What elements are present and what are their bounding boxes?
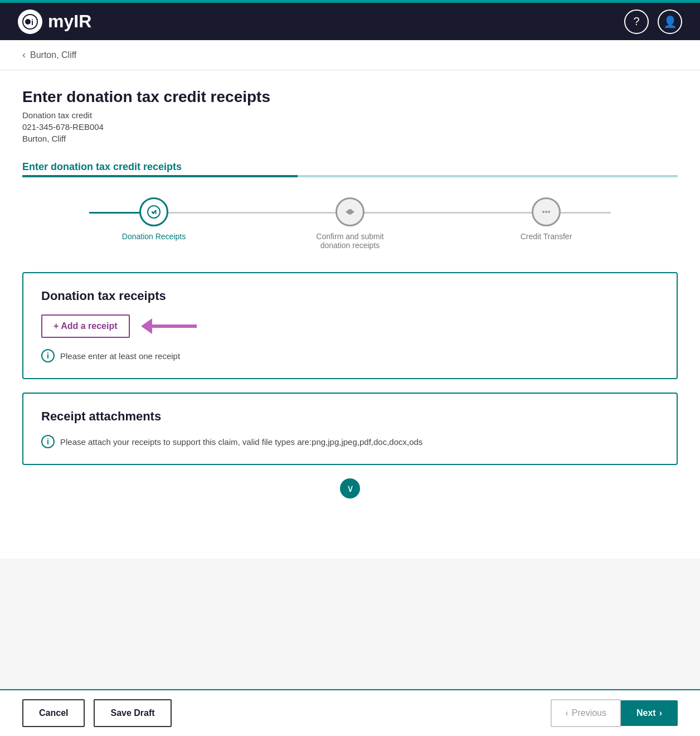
- scroll-down-button[interactable]: ∨: [340, 478, 360, 498]
- svg-point-11: [542, 211, 545, 213]
- attachments-info-text: Please attach your receipts to support t…: [60, 437, 422, 447]
- donation-info-message: i Please enter at least one receipt: [41, 349, 659, 362]
- attachments-card-title: Receipt attachments: [41, 409, 659, 424]
- stepper-step-1: › Donation Receipts: [56, 197, 252, 241]
- page-title: Enter donation tax credit receipts: [22, 88, 678, 106]
- section-tab-title: Enter donation tax credit receipts: [22, 161, 678, 173]
- chevron-down-icon: ∨: [347, 482, 354, 495]
- page-id: 021-345-678-REB004: [22, 122, 678, 132]
- page-subtitle: Donation tax credit: [22, 110, 678, 120]
- footer-right-buttons: ‹ Previous Next ›: [551, 699, 678, 727]
- save-draft-button[interactable]: Save Draft: [94, 699, 171, 727]
- step-circle-2: [336, 197, 364, 226]
- stepper-step-3: Credit Transfer: [448, 197, 644, 241]
- stepper-step-2: Confirm and submit donation receipts: [252, 197, 448, 250]
- attachments-info-message: i Please attach your receipts to support…: [41, 435, 659, 448]
- add-receipt-button[interactable]: + Add a receipt: [41, 314, 130, 338]
- receipt-attachments-card: Receipt attachments i Please attach your…: [22, 393, 678, 465]
- main-content: Enter donation tax credit receipts Donat…: [0, 70, 700, 559]
- svg-text:›: ›: [154, 207, 157, 216]
- cancel-button[interactable]: Cancel: [22, 699, 85, 727]
- prev-icon: ‹: [565, 708, 568, 718]
- logo-text: myIR: [48, 11, 91, 32]
- svg-point-9: [349, 211, 351, 213]
- back-button[interactable]: ‹: [22, 49, 26, 61]
- user-icon: 👤: [663, 15, 677, 28]
- help-icon: ?: [633, 15, 639, 28]
- help-button[interactable]: ?: [624, 9, 649, 34]
- svg-point-10: [352, 211, 354, 213]
- svg-point-1: [25, 19, 31, 25]
- breadcrumb-text: Burton, Cliff: [30, 50, 76, 60]
- step-label-3: Credit Transfer: [521, 232, 572, 241]
- next-icon: ›: [659, 708, 662, 718]
- svg-text:i: i: [31, 18, 33, 27]
- donation-tax-receipts-card: Donation tax receipts + Add a receipt i …: [22, 272, 678, 379]
- next-button[interactable]: Next ›: [621, 700, 678, 726]
- arrow-annotation: [141, 318, 197, 334]
- user-button[interactable]: 👤: [658, 9, 682, 34]
- arrow-body: [152, 325, 197, 328]
- logo: i myIR: [18, 9, 91, 34]
- header: i myIR ? 👤: [0, 0, 700, 40]
- svg-point-12: [545, 211, 547, 213]
- scroll-indicator: ∨: [22, 478, 678, 498]
- donation-card-title: Donation tax receipts: [41, 289, 659, 303]
- previous-label: Previous: [572, 708, 606, 718]
- svg-point-13: [548, 211, 550, 213]
- donation-info-text: Please enter at least one receipt: [60, 351, 180, 361]
- step-circle-3: [532, 197, 561, 226]
- attachments-info-icon: i: [41, 435, 55, 448]
- breadcrumb: ‹ Burton, Cliff: [0, 40, 700, 70]
- page-name: Burton, Cliff: [22, 134, 678, 143]
- step-label-1: Donation Receipts: [122, 232, 186, 241]
- footer: Cancel Save Draft ‹ Previous Next ›: [0, 689, 700, 736]
- header-icons: ? 👤: [624, 9, 682, 34]
- step-label-2: Confirm and submit donation receipts: [305, 232, 395, 250]
- footer-left-buttons: Cancel Save Draft: [22, 699, 172, 727]
- next-label: Next: [636, 708, 656, 718]
- add-receipt-row: + Add a receipt: [41, 314, 659, 338]
- svg-point-8: [346, 211, 348, 213]
- info-icon: i: [41, 349, 55, 362]
- logo-icon: i: [18, 9, 42, 34]
- arrow-head: [141, 318, 152, 334]
- stepper: › Donation Receipts Confirm and submit d…: [22, 197, 678, 250]
- step-circle-1: ›: [139, 197, 168, 226]
- tab-underline-active: [22, 175, 298, 177]
- tab-underline: [22, 175, 678, 177]
- previous-button[interactable]: ‹ Previous: [551, 699, 621, 727]
